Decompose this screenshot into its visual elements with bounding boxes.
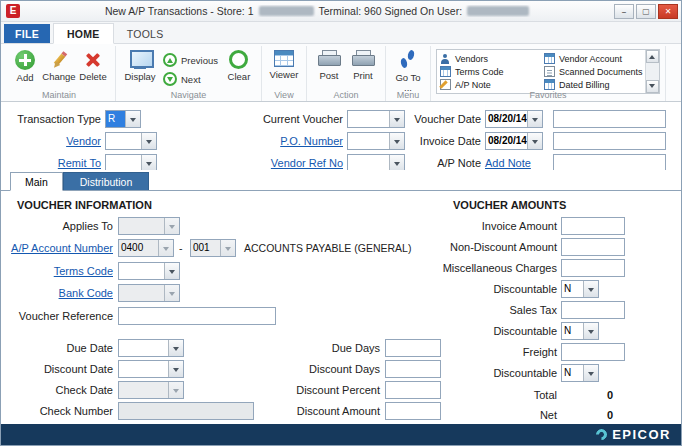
chevron-down-icon[interactable] xyxy=(583,365,598,381)
chevron-down-icon[interactable] xyxy=(164,263,179,279)
print-button[interactable]: Print xyxy=(346,48,380,81)
post-label: Post xyxy=(319,71,338,81)
previous-button[interactable]: Previous xyxy=(163,53,218,67)
discountable-1-combo[interactable]: N xyxy=(561,280,599,298)
vendor-ref-link[interactable]: Vendor Ref No xyxy=(271,157,343,169)
applies-to-combo[interactable] xyxy=(118,217,180,235)
chevron-down-icon[interactable] xyxy=(527,111,542,127)
terms-code-combo[interactable] xyxy=(118,262,180,280)
scroll-up-button[interactable] xyxy=(646,50,659,63)
clear-button[interactable]: Clear xyxy=(222,48,256,82)
add-button[interactable]: Add xyxy=(8,48,42,83)
display-button[interactable]: Display xyxy=(121,48,159,82)
transaction-type-label: Transaction Type xyxy=(1,110,101,128)
chevron-down-icon[interactable] xyxy=(125,111,140,127)
chevron-down-icon[interactable] xyxy=(527,133,542,149)
sales-tax-label: Sales Tax xyxy=(421,301,557,319)
voucher-header-form: Transaction Type R Current Voucher Vouch… xyxy=(1,102,681,170)
transaction-type-value: R xyxy=(106,111,125,127)
po-number-link[interactable]: P.O. Number xyxy=(280,135,343,147)
non-discount-amount-input[interactable] xyxy=(561,238,625,256)
group-label-view: View xyxy=(262,90,306,100)
favorite-item-dated-billing[interactable]: Dated Billing xyxy=(544,79,642,90)
chevron-down-icon[interactable] xyxy=(168,340,183,356)
group-label-navigate: Navigate xyxy=(116,90,261,100)
maximize-button[interactable] xyxy=(636,4,656,19)
ap-account-combo-2[interactable]: 001 xyxy=(190,239,236,257)
window-controls xyxy=(614,4,678,19)
tab-distribution[interactable]: Distribution xyxy=(63,172,150,190)
tab-tools[interactable]: TOOLS xyxy=(114,24,177,43)
freight-input[interactable] xyxy=(561,343,625,361)
terms-code-link[interactable]: Terms Code xyxy=(54,265,113,277)
favorite-item-ap-note[interactable]: A/P Note xyxy=(440,79,538,90)
ribbon-group-action: Post Print Action xyxy=(307,46,386,101)
header-ref-field-1[interactable] xyxy=(553,110,666,128)
chevron-down-icon[interactable] xyxy=(168,361,183,377)
goto-button[interactable]: Go To ... xyxy=(391,48,425,94)
voucher-date-label: Voucher Date xyxy=(403,110,481,128)
monitor-icon xyxy=(129,50,151,69)
current-voucher-combo[interactable] xyxy=(347,110,405,128)
vendor-link[interactable]: Vendor xyxy=(66,135,101,147)
chevron-down-icon[interactable] xyxy=(583,323,598,339)
next-button[interactable]: Next xyxy=(163,72,218,86)
po-number-combo[interactable] xyxy=(347,132,405,150)
clear-label: Clear xyxy=(228,72,251,82)
chevron-down-icon[interactable] xyxy=(141,133,156,149)
favorite-item-vendor-account[interactable]: Vendor Account xyxy=(544,53,642,64)
ap-account-link[interactable]: A/P Account Number xyxy=(11,242,113,254)
misc-charges-input[interactable] xyxy=(561,259,625,277)
chevron-down-icon[interactable] xyxy=(389,133,404,149)
redacted-user-info xyxy=(467,6,529,16)
bank-code-combo[interactable] xyxy=(118,284,180,302)
epicor-logo-icon xyxy=(594,427,610,443)
favorite-item-vendors[interactable]: Vendors xyxy=(440,53,538,64)
down-arrow-icon xyxy=(163,72,177,86)
discountable-1-value: N xyxy=(562,281,583,297)
transaction-type-combo[interactable]: R xyxy=(105,110,141,128)
due-date-value xyxy=(119,340,168,356)
close-button[interactable] xyxy=(658,4,678,19)
viewer-button[interactable]: Viewer xyxy=(267,48,301,80)
check-date-combo[interactable] xyxy=(118,381,184,399)
delete-button[interactable]: Delete xyxy=(76,48,110,82)
favorite-item-scanned-documents[interactable]: Scanned Documents xyxy=(544,66,642,77)
chevron-down-icon[interactable] xyxy=(583,281,598,297)
tab-main[interactable]: Main xyxy=(10,172,63,191)
tab-file[interactable]: FILE xyxy=(4,24,50,43)
favorite-label: Vendor Account xyxy=(559,54,622,64)
voucher-date-value: 08/20/14 xyxy=(486,111,527,127)
chevron-down-icon[interactable] xyxy=(389,155,404,171)
discountable-2-combo[interactable]: N xyxy=(561,322,599,340)
invoice-date-combo[interactable]: 08/20/14 xyxy=(485,132,543,150)
sales-tax-input[interactable] xyxy=(561,301,625,319)
tab-home[interactable]: HOME xyxy=(53,23,114,44)
invoice-amount-input[interactable] xyxy=(561,217,625,235)
header-ref-field-2[interactable] xyxy=(553,132,666,150)
terms-code-label: Terms Code xyxy=(1,262,113,280)
check-date-value xyxy=(119,382,168,398)
check-number-label: Check Number xyxy=(1,402,113,420)
discountable-3-combo[interactable]: N xyxy=(561,364,599,382)
post-button[interactable]: Post xyxy=(312,48,346,81)
vendor-combo[interactable] xyxy=(105,132,157,150)
chevron-down-icon[interactable] xyxy=(141,155,156,171)
favorites-scrollbar[interactable] xyxy=(645,50,659,93)
chevron-down-icon[interactable] xyxy=(389,111,404,127)
voucher-reference-input[interactable] xyxy=(118,307,276,325)
due-date-combo[interactable] xyxy=(118,339,184,357)
favorite-item-terms-code[interactable]: Terms Code xyxy=(440,66,538,77)
change-button[interactable]: Change xyxy=(42,48,76,82)
next-label: Next xyxy=(181,74,201,85)
ap-account-combo-1[interactable]: 0400 xyxy=(118,239,174,257)
voucher-date-combo[interactable]: 08/20/14 xyxy=(485,110,543,128)
discount-date-combo[interactable] xyxy=(118,360,184,378)
table-icon xyxy=(440,66,451,77)
app-window: E New A/P Transactions - Store: 1 Termin… xyxy=(0,0,682,446)
minimize-button[interactable] xyxy=(614,4,634,19)
vendor-label: Vendor xyxy=(1,132,101,150)
remit-to-link[interactable]: Remit To xyxy=(58,157,101,169)
bank-code-link[interactable]: Bank Code xyxy=(59,287,113,299)
app-logo-icon: E xyxy=(6,4,20,18)
